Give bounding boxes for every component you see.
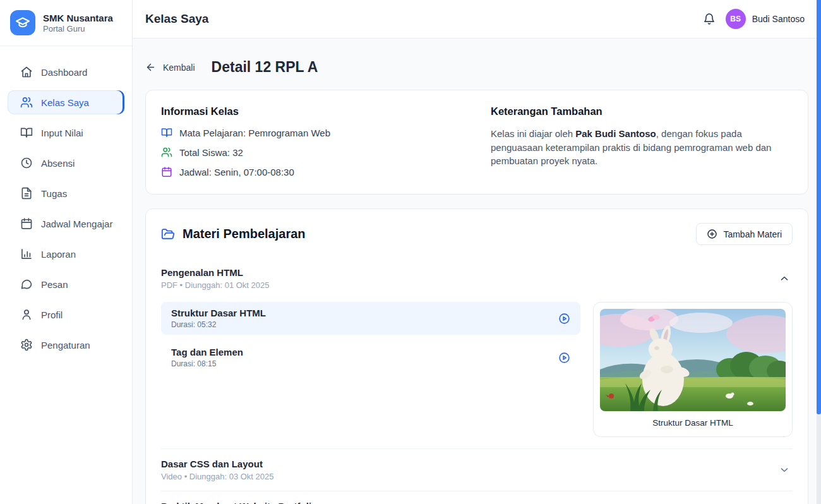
notifications-button[interactable] (703, 13, 716, 25)
sidebar-item-tugas[interactable]: Tugas (8, 181, 124, 205)
info-card-title: Informasi Kelas (161, 105, 463, 117)
chevron-up-icon[interactable] (779, 273, 790, 284)
video-preview-caption: Struktur Dasar HTML (600, 418, 786, 428)
sidebar-item-dashboard[interactable]: Dashboard (8, 60, 124, 84)
bell-icon (703, 13, 716, 25)
play-circle-icon[interactable] (558, 313, 570, 325)
school-logo (10, 10, 35, 35)
sidebar-item-label: Laporan (41, 249, 76, 260)
video-title: Struktur Dasar HTML (171, 308, 266, 318)
gear-icon (20, 339, 33, 351)
materials-title: Materi Pembelajaran (183, 227, 306, 241)
back-button[interactable]: Kembali (145, 62, 195, 73)
user-name: Budi Santoso (752, 14, 805, 24)
video-title: Tag dan Elemen (171, 347, 243, 357)
book-icon (20, 126, 33, 139)
sidebar-item-label: Kelas Saya (41, 97, 89, 108)
sidebar-item-absensi[interactable]: Absensi (8, 151, 124, 175)
materials-card: Materi Pembelajaran Tambah Materi Pengen… (145, 208, 808, 504)
sidebar-nav: Dashboard Kelas Saya Input Nilai Absensi… (0, 46, 132, 357)
sidebar-item-label: Jadwal Mengajar (41, 219, 112, 229)
class-info-card: Informasi Kelas Mata Pelajaran: Pemrogra… (145, 90, 808, 195)
sidebar-item-label: Input Nilai (41, 128, 83, 138)
material-row-praktik-website[interactable]: Praktik Membuat Website Portfolio Dokume… (161, 491, 793, 504)
add-material-label: Tambah Materi (723, 229, 782, 239)
material-title: Pengenalan HTML (161, 267, 269, 278)
video-row-tag-dan-elemen[interactable]: Tag dan Elemen Durasi: 08:15 (161, 341, 580, 374)
play-circle-icon[interactable] (558, 352, 570, 364)
users-icon (161, 147, 172, 158)
video-thumbnail[interactable] (600, 309, 786, 411)
brand-name: SMK Nusantara (43, 12, 113, 24)
video-preview-card: Struktur Dasar HTML (593, 302, 793, 437)
brand: SMK Nusantara Portal Guru (0, 0, 132, 45)
video-duration: Durasi: 08:15 (171, 359, 243, 368)
folder-open-icon (161, 227, 175, 241)
main-area: Kelas Saya BS Budi Santoso Kembali Detai… (133, 0, 821, 504)
video-duration: Durasi: 05:32 (171, 320, 266, 329)
material-meta: Video • Diunggah: 03 Okt 2025 (161, 472, 274, 481)
material-title: Praktik Membuat Website Portfolio (161, 501, 317, 504)
sidebar-item-label: Absensi (41, 158, 75, 169)
sidebar-item-label: Profil (41, 309, 63, 320)
chat-icon (20, 278, 33, 291)
sidebar-item-jadwal-mengajar[interactable]: Jadwal Mengajar (8, 212, 124, 236)
clock-icon (20, 157, 33, 169)
user-icon (20, 308, 33, 321)
material-row-pengenalan-html[interactable]: Pengenalan HTML PDF • Diunggah: 01 Okt 2… (161, 258, 793, 299)
material-expanded-panel: Struktur Dasar HTML Durasi: 05:32 Tag da… (161, 302, 793, 437)
sidebar-item-pesan[interactable]: Pesan (8, 272, 124, 296)
avatar: BS (726, 9, 746, 29)
sidebar-item-label: Pengaturan (41, 340, 90, 351)
sidebar-item-label: Pesan (41, 279, 68, 290)
sidebar-item-laporan[interactable]: Laporan (8, 242, 124, 266)
calendar-icon (20, 217, 33, 230)
sidebar-item-input-nilai[interactable]: Input Nilai (8, 121, 124, 145)
teacher-name-bold: Pak Budi Santoso (575, 128, 656, 139)
notes-paragraph: Kelas ini diajar oleh Pak Budi Santoso, … (491, 127, 793, 168)
sidebar-item-pengaturan[interactable]: Pengaturan (8, 333, 124, 357)
page-title: Detail 12 RPL A (212, 59, 318, 76)
info-subject: Mata Pelajaran: Pemrograman Web (161, 127, 463, 138)
material-row-dasar-css[interactable]: Dasar CSS dan Layout Video • Diunggah: 0… (161, 448, 793, 491)
home-icon (20, 66, 33, 78)
calendar-icon (161, 166, 172, 177)
video-list: Struktur Dasar HTML Durasi: 05:32 Tag da… (161, 302, 580, 437)
notes-card-title: Keterangan Tambahan (491, 105, 793, 117)
add-material-button[interactable]: Tambah Materi (696, 223, 793, 245)
sidebar-item-kelas-saya[interactable]: Kelas Saya (8, 90, 124, 114)
user-menu[interactable]: BS Budi Santoso (726, 9, 805, 29)
chart-icon (20, 248, 33, 260)
graduation-cap-icon (15, 15, 30, 30)
video-row-struktur-dasar-html[interactable]: Struktur Dasar HTML Durasi: 05:32 (161, 302, 580, 335)
sidebar: SMK Nusantara Portal Guru Dashboard Kela… (0, 0, 133, 504)
sidebar-item-label: Tugas (41, 188, 67, 199)
sidebar-item-profil[interactable]: Profil (8, 303, 124, 327)
info-schedule-text: Jadwal: Senin, 07:00-08:30 (179, 167, 294, 177)
page-section-title: Kelas Saya (145, 12, 208, 26)
sidebar-item-label: Dashboard (41, 67, 87, 78)
materials-list: Pengenalan HTML PDF • Diunggah: 01 Okt 2… (161, 258, 793, 504)
material-title: Dasar CSS dan Layout (161, 459, 274, 469)
chevron-down-icon[interactable] (779, 464, 790, 476)
book-icon (161, 127, 172, 138)
material-meta: PDF • Diunggah: 01 Okt 2025 (161, 280, 269, 290)
info-schedule: Jadwal: Senin, 07:00-08:30 (161, 166, 463, 177)
info-total-students-text: Total Siswa: 32 (179, 147, 243, 158)
info-total-students: Total Siswa: 32 (161, 147, 463, 158)
content: Kembali Detail 12 RPL A Informasi Kelas … (133, 39, 821, 504)
topbar: Kelas Saya BS Budi Santoso (133, 0, 821, 39)
arrow-left-icon (145, 62, 156, 73)
info-subject-text: Mata Pelajaran: Pemrograman Web (179, 128, 330, 138)
brand-subtitle: Portal Guru (43, 24, 113, 33)
app-window: SMK Nusantara Portal Guru Dashboard Kela… (0, 0, 821, 504)
plus-circle-icon (707, 229, 717, 239)
file-icon (20, 187, 33, 200)
back-label: Kembali (163, 63, 195, 73)
scrollbar-thumb[interactable] (817, 0, 821, 414)
users-icon (20, 96, 33, 109)
